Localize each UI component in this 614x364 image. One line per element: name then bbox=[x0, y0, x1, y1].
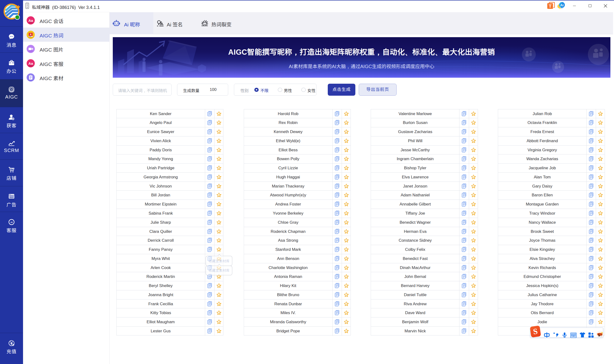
svg-text:T: T bbox=[549, 4, 552, 9]
svg-text:Ai: Ai bbox=[560, 3, 564, 7]
